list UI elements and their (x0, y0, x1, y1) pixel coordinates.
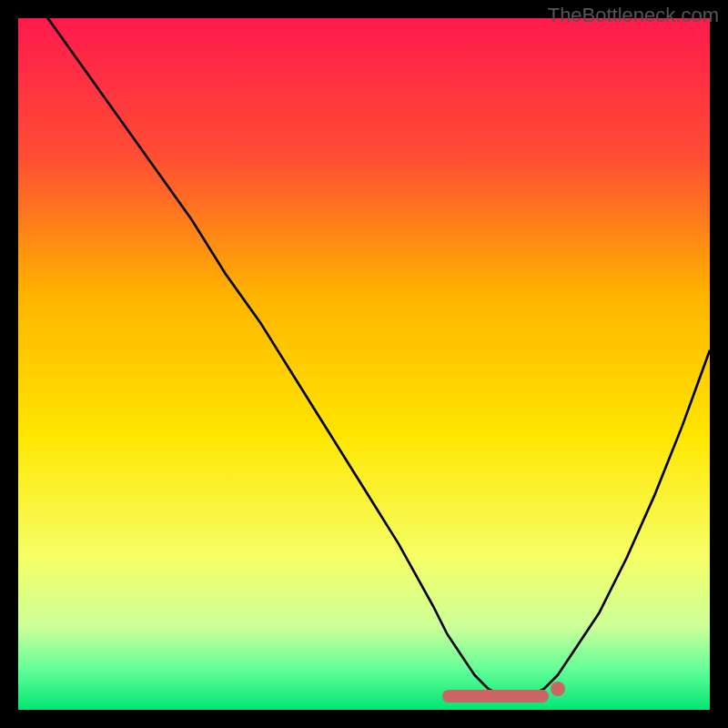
bottleneck-curve (18, 18, 710, 710)
optimal-point-dot (551, 682, 565, 696)
watermark-text: TheBottleneck.com (548, 4, 719, 27)
chart-plot-area (18, 18, 710, 710)
optimal-range-band (442, 690, 548, 703)
